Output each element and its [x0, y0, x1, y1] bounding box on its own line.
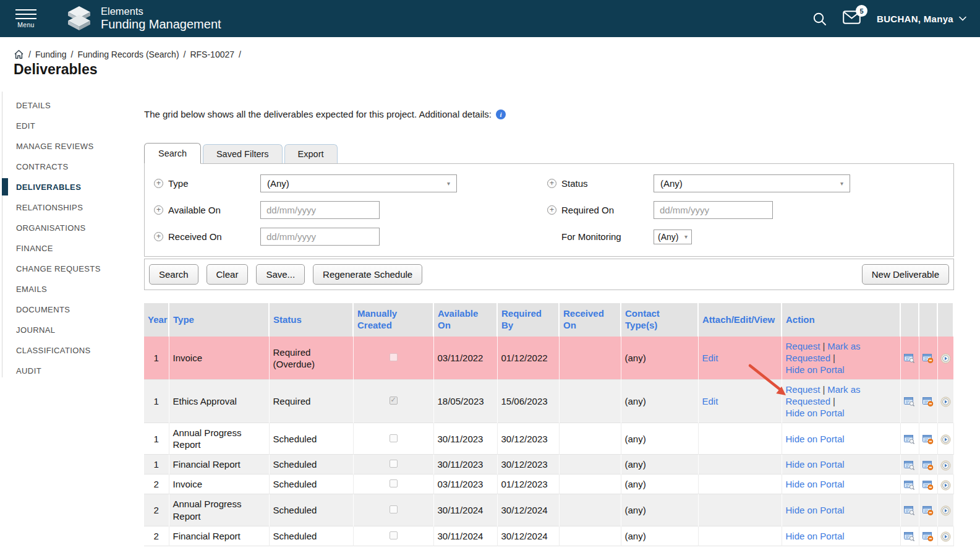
history-icon[interactable]: [940, 505, 951, 516]
hide-on-portal-link[interactable]: Hide on Portal: [786, 505, 845, 515]
history-icon[interactable]: [940, 531, 951, 542]
cell-icon[interactable]: [900, 455, 919, 474]
add-filter-icon[interactable]: +: [547, 179, 556, 188]
column-header-action[interactable]: Action: [782, 303, 900, 337]
new-deliverable-button[interactable]: New Deliverable: [862, 264, 949, 285]
view-record-icon[interactable]: [904, 460, 915, 471]
info-icon[interactable]: i: [496, 109, 506, 119]
sidebar-item-journal[interactable]: JOURNAL: [16, 320, 144, 340]
tab-saved-filters[interactable]: Saved Filters: [203, 144, 283, 163]
sidebar-item-contracts[interactable]: CONTRACTS: [16, 157, 144, 177]
remove-record-icon[interactable]: [922, 397, 934, 407]
manually-created-checkbox[interactable]: [390, 479, 398, 487]
column-header-received-on[interactable]: Received On: [559, 303, 621, 337]
add-filter-icon[interactable]: +: [154, 179, 163, 188]
cell-icon[interactable]: [900, 337, 919, 380]
manually-created-checkbox[interactable]: [390, 434, 398, 442]
hide-on-portal-link[interactable]: Hide on Portal: [786, 408, 845, 418]
view-record-icon[interactable]: [904, 353, 915, 364]
status-select[interactable]: (Any)▾: [654, 174, 850, 192]
remove-record-icon[interactable]: [922, 434, 934, 445]
cell-icon[interactable]: [937, 380, 953, 423]
view-record-icon[interactable]: [904, 531, 915, 542]
hide-on-portal-link[interactable]: Hide on Portal: [786, 531, 845, 541]
remove-record-icon[interactable]: [922, 531, 934, 542]
user-menu[interactable]: BUCHAN, Manya: [877, 14, 966, 24]
history-icon[interactable]: [940, 353, 951, 364]
manually-created-checkbox[interactable]: [390, 505, 398, 513]
column-header-required-by[interactable]: Required By: [497, 303, 559, 337]
column-header-manually-created[interactable]: Manually Created: [353, 303, 433, 337]
column-header-available-on[interactable]: Available On: [433, 303, 497, 337]
sidebar-item-emails[interactable]: EMAILS: [16, 279, 144, 299]
cell-icon[interactable]: [919, 455, 937, 474]
cell-icon[interactable]: [900, 526, 919, 546]
tab-search[interactable]: Search: [144, 143, 201, 164]
remove-record-icon[interactable]: [922, 505, 934, 516]
hide-on-portal-link[interactable]: Hide on Portal: [786, 479, 845, 489]
sidebar-item-relationships[interactable]: RELATIONSHIPS: [16, 197, 144, 218]
column-header-attach-edit-view[interactable]: Attach/Edit/View: [698, 303, 782, 337]
breadcrumb-link-rfs-10027[interactable]: RFS-10027: [190, 49, 234, 59]
column-header-status[interactable]: Status: [269, 303, 353, 337]
cell-icon[interactable]: [919, 494, 937, 526]
cell-icon[interactable]: [919, 380, 937, 423]
cell-icon[interactable]: [937, 494, 953, 526]
sidebar-item-edit[interactable]: EDIT: [16, 116, 144, 136]
cell-icon[interactable]: [937, 337, 953, 380]
view-record-icon[interactable]: [904, 480, 915, 491]
history-icon[interactable]: [940, 480, 951, 491]
remove-record-icon[interactable]: [922, 480, 934, 491]
view-record-icon[interactable]: [904, 434, 915, 445]
add-filter-icon[interactable]: +: [547, 205, 556, 215]
history-icon[interactable]: [940, 460, 951, 471]
cell-icon[interactable]: [900, 423, 919, 455]
save-button[interactable]: Save...: [256, 264, 305, 285]
add-filter-icon[interactable]: +: [154, 205, 163, 215]
for-monitoring-select[interactable]: (Any)▾: [654, 230, 692, 244]
sidebar-item-details[interactable]: DETAILS: [16, 95, 144, 116]
breadcrumb-link-funding-records-search[interactable]: Funding Records (Search): [77, 49, 179, 59]
search-icon[interactable]: [812, 12, 827, 26]
cell-icon[interactable]: [937, 423, 953, 455]
remove-record-icon[interactable]: [922, 460, 934, 471]
breadcrumb-link-funding[interactable]: Funding: [35, 49, 67, 59]
cell-icon[interactable]: [919, 423, 937, 455]
search-button[interactable]: Search: [149, 264, 198, 285]
sidebar-item-organisations[interactable]: ORGANISATIONS: [16, 218, 144, 238]
clear-button[interactable]: Clear: [207, 264, 249, 285]
manually-created-checkbox[interactable]: [390, 353, 398, 361]
remove-record-icon[interactable]: [922, 353, 934, 364]
sidebar-item-change-requests[interactable]: CHANGE REQUESTS: [16, 259, 144, 279]
sidebar-item-classifications[interactable]: CLASSIFICATIONS: [16, 340, 144, 361]
sidebar-item-finance[interactable]: FINANCE: [16, 238, 144, 259]
brand[interactable]: Elements Funding Management: [66, 6, 221, 32]
sidebar-item-documents[interactable]: DOCUMENTS: [16, 299, 144, 320]
cell-icon[interactable]: [900, 474, 919, 494]
column-header-year[interactable]: Year: [144, 303, 169, 337]
view-record-icon[interactable]: [904, 397, 915, 407]
history-icon[interactable]: [940, 397, 951, 407]
cell-icon[interactable]: [900, 494, 919, 526]
cell-icon[interactable]: [937, 455, 953, 474]
sidebar-item-manage-reviews[interactable]: MANAGE REVIEWS: [16, 136, 144, 157]
manually-created-checkbox[interactable]: [390, 531, 398, 539]
menu-button[interactable]: Menu: [14, 9, 38, 28]
hide-on-portal-link[interactable]: Hide on Portal: [786, 364, 845, 375]
hide-on-portal-link[interactable]: Hide on Portal: [786, 434, 845, 444]
request-link[interactable]: Request: [786, 341, 820, 351]
mail-button[interactable]: 5: [843, 11, 861, 27]
column-header-type[interactable]: Type: [169, 303, 269, 337]
sidebar-item-deliverables[interactable]: DELIVERABLES: [16, 177, 144, 197]
add-filter-icon[interactable]: +: [154, 232, 163, 241]
cell-icon[interactable]: [919, 474, 937, 494]
sidebar-item-audit[interactable]: AUDIT: [16, 361, 144, 381]
received-on-input[interactable]: [260, 228, 380, 246]
column-header-contact-type-s[interactable]: Contact Type(s): [621, 303, 698, 337]
edit-link[interactable]: Edit: [702, 353, 718, 363]
history-icon[interactable]: [940, 434, 951, 445]
cell-icon[interactable]: [937, 526, 953, 546]
manually-created-checkbox[interactable]: [390, 460, 398, 468]
manually-created-checkbox[interactable]: [390, 397, 398, 405]
required-on-input[interactable]: [654, 201, 773, 219]
